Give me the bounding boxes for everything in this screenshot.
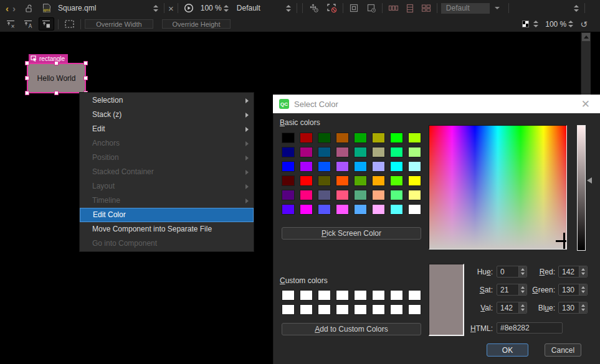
basic-color-swatch[interactable] [372, 175, 385, 186]
close-document-button[interactable]: × [168, 3, 174, 14]
menu-item-move-component[interactable]: Move Component into Separate File [80, 222, 254, 236]
menu-item-timeline[interactable]: Timeline [80, 194, 254, 208]
anchor-reset-button[interactable]: × [4, 18, 18, 30]
custom-color-swatch[interactable] [390, 290, 403, 301]
basic-color-swatch[interactable] [354, 147, 367, 157]
basic-color-swatch[interactable] [300, 204, 313, 215]
menu-item-position[interactable]: Position [80, 151, 254, 165]
basic-color-swatch[interactable] [354, 204, 367, 215]
selection-frame-button[interactable] [325, 2, 339, 14]
basic-color-swatch[interactable] [408, 133, 421, 143]
ok-button[interactable]: OK [487, 343, 528, 357]
menu-item-stack-z[interactable]: Stack (z) [80, 108, 254, 122]
custom-color-swatch[interactable] [336, 304, 349, 315]
preview-zoom-spinner[interactable] [222, 5, 231, 12]
target-selector[interactable]: Default [441, 3, 490, 14]
menu-item-selection[interactable]: Selection [80, 93, 254, 108]
spin-buttons[interactable] [579, 284, 587, 295]
canvas-background-toggle[interactable] [522, 21, 529, 27]
basic-color-swatch[interactable] [372, 147, 385, 157]
basic-color-swatch[interactable] [282, 204, 295, 215]
background-spinner[interactable] [531, 21, 540, 27]
basic-color-swatch[interactable] [354, 190, 367, 200]
component-label-tab[interactable]: rectangle [29, 54, 68, 63]
basic-color-swatch[interactable] [372, 204, 385, 215]
blue-spinbox[interactable]: 130 [558, 302, 588, 314]
dialog-titlebar[interactable]: QC Select Color ✕ [273, 95, 600, 113]
custom-color-swatch[interactable] [282, 290, 295, 301]
custom-color-swatch[interactable] [300, 304, 313, 315]
override-height-button[interactable]: Override Height [162, 19, 231, 29]
html-input[interactable]: #8e8282 [497, 322, 563, 334]
menu-item-edit[interactable]: Edit [80, 122, 254, 136]
move-within-spec-button[interactable] [307, 2, 321, 14]
basic-color-swatch[interactable] [336, 175, 349, 186]
selection-handle[interactable] [54, 91, 59, 95]
selection-handle[interactable] [83, 76, 88, 80]
basic-color-swatch[interactable] [336, 190, 349, 200]
preview-zoom-level[interactable]: 100 % [201, 4, 222, 12]
document-spinner[interactable] [151, 5, 160, 12]
basic-color-swatch[interactable] [354, 161, 367, 172]
spin-buttons[interactable] [579, 266, 587, 277]
canvas-zoom-level[interactable]: 100 % [545, 20, 566, 29]
spin-buttons[interactable] [579, 302, 587, 313]
lock-toggle-button[interactable] [22, 2, 36, 14]
document-name[interactable]: Square.qml [58, 4, 151, 12]
basic-color-swatch[interactable] [390, 133, 403, 143]
basic-color-swatch[interactable] [408, 175, 421, 186]
basic-color-swatch[interactable] [372, 190, 385, 200]
custom-color-swatch[interactable] [354, 304, 367, 315]
selection-handle[interactable] [54, 61, 59, 65]
back-button[interactable]: ‹ [4, 4, 11, 13]
custom-color-swatch[interactable] [408, 304, 421, 315]
basic-color-swatch[interactable] [300, 175, 313, 186]
menu-item-go-into-component[interactable]: Go into Component [80, 236, 254, 251]
hue-saturation-gradient[interactable] [429, 125, 567, 250]
pick-screen-color-button[interactable]: Pick Screen Color [282, 227, 421, 240]
basic-color-swatch[interactable] [282, 190, 295, 200]
basic-color-swatch[interactable] [300, 190, 313, 200]
custom-color-swatch[interactable] [372, 290, 385, 301]
custom-color-swatch[interactable] [282, 304, 295, 315]
basic-color-swatch[interactable] [408, 147, 421, 157]
basic-color-swatch[interactable] [372, 161, 385, 172]
basic-color-swatch[interactable] [300, 133, 313, 143]
basic-color-swatch[interactable] [336, 204, 349, 215]
menu-item-stacked-container[interactable]: Stacked Container [80, 165, 254, 179]
green-spinbox[interactable]: 130 [558, 284, 588, 296]
basic-color-swatch[interactable] [318, 161, 331, 172]
state-spinner[interactable] [284, 5, 293, 12]
basic-color-swatch[interactable] [390, 190, 403, 200]
value-slider[interactable] [577, 125, 586, 251]
basic-color-swatch[interactable] [336, 161, 349, 172]
run-preview-button[interactable] [182, 2, 196, 14]
basic-color-swatch[interactable] [300, 161, 313, 172]
basic-color-swatch[interactable] [318, 147, 331, 157]
basic-color-swatch[interactable] [390, 147, 403, 157]
basic-color-swatch[interactable] [318, 204, 331, 215]
basic-color-swatch[interactable] [372, 133, 385, 143]
custom-color-swatch[interactable] [336, 290, 349, 301]
basic-color-swatch[interactable] [408, 161, 421, 172]
reset-zoom-button[interactable]: ↺ [580, 20, 588, 29]
basic-color-swatch[interactable] [390, 175, 403, 186]
value-slider-handle[interactable] [587, 177, 592, 184]
custom-color-swatch[interactable] [318, 304, 331, 315]
basic-color-swatch[interactable] [282, 133, 295, 143]
red-spinbox[interactable]: 142 [558, 266, 588, 278]
custom-color-swatch[interactable] [318, 290, 331, 301]
basic-color-swatch[interactable] [282, 147, 295, 157]
basic-color-swatch[interactable] [300, 147, 313, 157]
menu-item-anchors[interactable]: Anchors [80, 136, 254, 151]
refresh-view-button[interactable] [364, 2, 378, 14]
canvas-zoom-spinner[interactable] [566, 21, 575, 27]
custom-color-swatch[interactable] [300, 290, 313, 301]
cancel-button[interactable]: Cancel [545, 343, 581, 357]
custom-color-swatch[interactable] [408, 290, 421, 301]
dialog-close-button[interactable]: ✕ [578, 99, 594, 110]
basic-color-swatch[interactable] [408, 204, 421, 215]
custom-color-swatch[interactable] [390, 304, 403, 315]
add-to-custom-colors-button[interactable]: Add to Custom Colors [282, 323, 421, 335]
menu-item-layout[interactable]: Layout [80, 179, 254, 194]
